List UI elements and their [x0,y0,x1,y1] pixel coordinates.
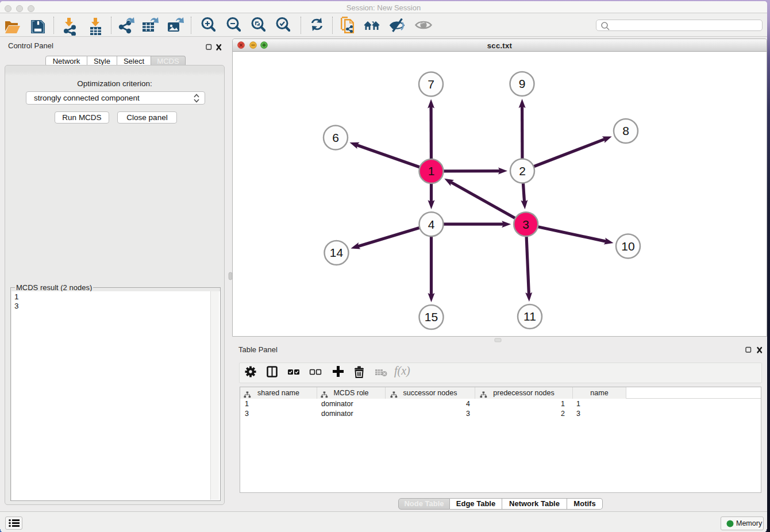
svg-text:4: 4 [428,217,435,230]
svg-text:11: 11 [523,310,536,323]
svg-text:2: 2 [519,164,526,177]
svg-text:8: 8 [622,124,629,137]
svg-text:1: 1 [428,164,435,178]
svg-text:9: 9 [519,77,526,90]
svg-text:14: 14 [330,246,344,259]
svg-text:6: 6 [332,130,339,144]
svg-text:15: 15 [425,310,438,323]
svg-text:3: 3 [522,217,529,230]
svg-text:10: 10 [621,239,634,252]
svg-text:7: 7 [428,77,434,90]
